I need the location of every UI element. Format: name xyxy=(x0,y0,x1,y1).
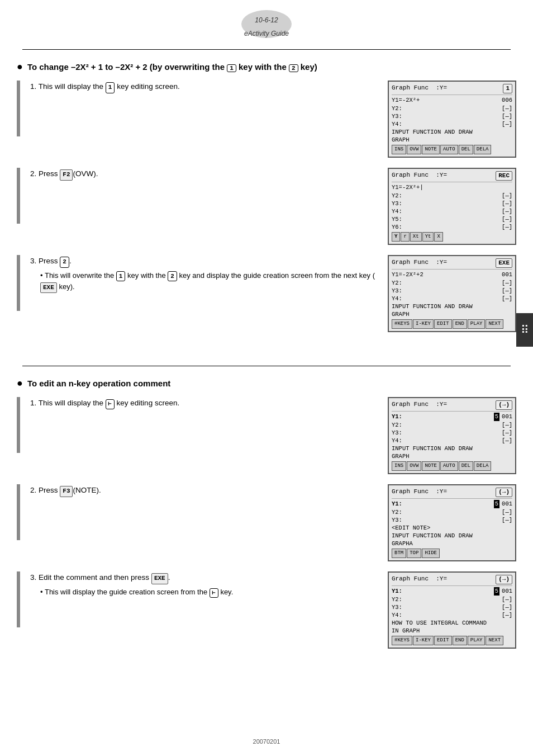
step1-screen: Graph Func :Y= 1 Y1=-2X²+006 Y2:[—] Y3:[… xyxy=(388,81,516,158)
s2-screen3-body: Y1:5001 Y2:[—] Y3:[—] Y4:[—] HOW TO USE … xyxy=(392,587,512,635)
screen2-buttons: Y r Xt Yt X xyxy=(392,232,512,242)
screen1-body: Y1=-2X²+006 Y2:[—] Y3:[—] Y4:[—] INPUT F… xyxy=(392,96,512,144)
btn-xt: Xt xyxy=(410,232,422,242)
s2-btn-play3: PLAY xyxy=(468,636,486,645)
s2-screen3-line3: Y3:[—] xyxy=(392,603,512,611)
screen3-header: Graph Func :Y= EXE xyxy=(392,258,512,270)
screen2-header: Graph Func :Y= REC xyxy=(392,171,512,182)
screen2-line1: Y1=-2X²+| xyxy=(392,183,512,191)
s2-screen2-header: Graph Func :Y= (→) xyxy=(392,488,512,499)
screen1-line3: Y3:[—] xyxy=(392,112,512,120)
middle-divider xyxy=(22,366,511,366)
section2-step3: 3. Edit the comment and then press EXE. … xyxy=(17,571,516,661)
screen2-line5: Y5:[—] xyxy=(392,215,512,223)
screen3-line4: Y4:[—] xyxy=(392,295,512,303)
btn-y: Y xyxy=(392,232,400,242)
step3-sub: This will overwrite the 1 key with the 2… xyxy=(40,270,377,293)
btn-yt: Yt xyxy=(422,232,434,242)
s2-btn-top: TOP xyxy=(407,549,421,558)
step2-screen: Graph Func :Y= REC Y1=-2X²+| Y2:[—] Y3:[… xyxy=(388,168,516,245)
s2-btn-end3: END xyxy=(453,636,467,645)
btn-ovw: OVW xyxy=(407,145,421,154)
s2-screen1-line2: Y2:[—] xyxy=(392,421,512,429)
step3-text: 3. Press 2. This will overwrite the 1 ke… xyxy=(25,255,388,293)
screen1-header: Graph Func :Y= 1 xyxy=(392,84,512,95)
step2-content: 2. Press F2(OVW). Graph Func :Y= REC Y1=… xyxy=(25,168,516,245)
s2-step2-screen: Graph Func :Y= (→) Y1:5001 Y2:[—] Y3:[—]… xyxy=(388,484,516,561)
s2-screen1-line3: Y3:[—] xyxy=(392,429,512,437)
section1-step1: 1. This will display the 1 key editing s… xyxy=(17,81,516,158)
s2-screen3-line5: HOW TO USE INTEGRAL COMMAND xyxy=(392,619,512,627)
s2-step3-screen: Graph Func :Y= (→) Y1:5001 Y2:[—] Y3:[—]… xyxy=(388,571,516,649)
s2-screen1-line5: INPUT FUNCTION AND DRAW xyxy=(392,445,512,452)
screen1-line2: Y2:[—] xyxy=(392,105,512,112)
screen3-line3: Y3:[—] xyxy=(392,287,512,295)
s2-screen1-title: Graph Func :Y= xyxy=(392,400,447,410)
screen2-body: Y1=-2X²+| Y2:[—] Y3:[—] Y4:[—] Y5:[—] xyxy=(392,183,512,231)
section1-step2: 2. Press F2(OVW). Graph Func :Y= REC Y1=… xyxy=(17,168,516,245)
s2-btn-ovw: OVW xyxy=(407,461,421,471)
screen3-title: Graph Func :Y= xyxy=(392,258,447,268)
page-number: 10-6-12 xyxy=(255,16,278,24)
s2-screen2-body: Y1:5001 Y2:[—] Y3:[—] <EDIT NOTE> INPUT … xyxy=(392,500,512,547)
screen1-line4: Y4:[—] xyxy=(392,120,512,128)
s2-screen1-line6: GRAPH xyxy=(392,452,512,460)
btn-x: X xyxy=(434,232,442,242)
s2-step2-text: 2. Press F3(NOTE). xyxy=(25,484,388,499)
s2-btn-keys3: #KEYS xyxy=(392,636,412,645)
screen2-line6: Y6:[—] xyxy=(392,223,512,231)
screen1-mode: 1 xyxy=(503,84,512,93)
s2-btn-edit3: EDIT xyxy=(434,636,452,645)
s2-step3-number: 3. Edit the comment and then press EXE. xyxy=(30,571,377,584)
s2-btn-next3: NEXT xyxy=(486,636,503,645)
s2-screen3-line1: Y1:5001 xyxy=(392,587,512,595)
btn-del: DEL xyxy=(459,145,473,154)
s2-btn-ins: INS xyxy=(392,461,406,471)
s2-screen2-line3: Y3:[—] xyxy=(392,516,512,524)
step1-content: 1. This will display the 1 key editing s… xyxy=(25,81,516,158)
screen3-line5: INPUT FUNCTION AND DRAW xyxy=(392,303,512,310)
screen2-mode: REC xyxy=(496,171,512,181)
btn-ins: INS xyxy=(392,145,406,154)
header-circle: 10-6-12 eActivity Guide xyxy=(241,10,292,38)
s2-step2-content: 2. Press F3(NOTE). Graph Func :Y= (→) Y1… xyxy=(25,484,516,561)
section-2: ● To edit an n-key operation comment 1. … xyxy=(17,372,516,677)
footer-text: 20070201 xyxy=(253,738,280,745)
s2-step3-sub: This will display the guide creation scr… xyxy=(40,587,377,598)
s2-screen3-title: Graph Func :Y= xyxy=(392,575,447,584)
screen1-line5: INPUT FUNCTION AND DRAW xyxy=(392,128,512,136)
step2-text: 2. Press F2(OVW). xyxy=(25,168,388,183)
screen1-line1: Y1=-2X²+006 xyxy=(392,96,512,104)
s2-btn-auto: AUTO xyxy=(440,461,458,471)
screen3-mode: EXE xyxy=(496,258,512,268)
left-bar-s2-1 xyxy=(17,397,20,453)
s2-step3-content: 3. Edit the comment and then press EXE. … xyxy=(25,571,516,649)
btn-next3: NEXT xyxy=(486,319,503,329)
screen3-buttons: #KEYS I-KEY EDIT END PLAY NEXT xyxy=(392,319,512,329)
screen3-line2: Y2:[—] xyxy=(392,279,512,287)
screen1-title: Graph Func :Y= xyxy=(392,84,447,93)
s2-btn-btm: BTM xyxy=(392,549,406,558)
step2-number: 2. Press F2(OVW). xyxy=(30,168,377,181)
screen2-line4: Y4:[—] xyxy=(392,207,512,215)
s2-screen3-line6: IN GRAPH xyxy=(392,627,512,635)
step3-number: 3. Press 2. xyxy=(30,255,377,268)
section2-step1: 1. This will display the ⊢ key editing s… xyxy=(17,397,516,474)
section-2-title: ● To edit an n-key operation comment xyxy=(17,377,516,389)
s2-btn-note: NOTE xyxy=(422,461,440,471)
s2-screen1-mode: (→) xyxy=(496,400,512,410)
right-sidebar: ⠿ xyxy=(516,313,533,347)
left-bar-s2-3 xyxy=(17,571,20,627)
screen2-title: Graph Func :Y= xyxy=(392,171,447,181)
screen3-line6: GRAPH xyxy=(392,310,512,318)
s2-screen2-line2: Y2:[—] xyxy=(392,508,512,516)
page-footer: 20070201 xyxy=(0,733,533,750)
s2-step1-text: 1. This will display the ⊢ key editing s… xyxy=(25,397,388,412)
section-1-title: ● To change –2X² + 1 to –2X² + 2 (by ove… xyxy=(17,61,516,73)
step1-number: 1. This will display the 1 key editing s… xyxy=(30,81,377,93)
s2-step3-text: 3. Edit the comment and then press EXE. … xyxy=(25,571,388,598)
s2-screen2-buttons: BTM TOP HIDE xyxy=(392,549,512,558)
section-2-title-text: To edit an n-key operation comment xyxy=(27,379,170,388)
s2-screen1-line4: Y4:[—] xyxy=(392,437,512,445)
s2-screen3-buttons: #KEYS I-KEY EDIT END PLAY NEXT xyxy=(392,636,512,645)
